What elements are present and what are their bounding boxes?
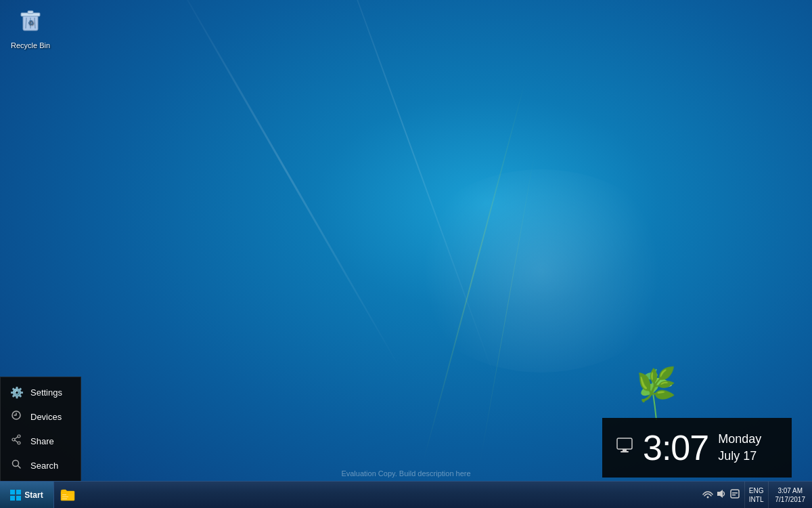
start-menu: ⚙️ Settings Devices Share xyxy=(0,377,81,481)
desktop: ♻ Recycle Bin Evaluation Copy. Build des… xyxy=(0,0,812,508)
wallpaper-plant xyxy=(636,366,677,420)
start-label: Start xyxy=(24,490,43,500)
taskbar-date: 7/17/2017 xyxy=(775,495,806,504)
svg-rect-26 xyxy=(62,496,68,497)
recycle-bin-label: Recycle Bin xyxy=(11,41,50,49)
svg-marker-29 xyxy=(717,490,723,498)
svg-rect-30 xyxy=(731,490,739,498)
wallpaper-glow xyxy=(406,169,677,373)
svg-point-1 xyxy=(653,376,671,389)
clock-date-text: July 17 xyxy=(718,448,761,465)
monitor-icon xyxy=(616,437,633,459)
region-text: INTL xyxy=(749,495,764,504)
svg-rect-21 xyxy=(16,490,21,494)
svg-line-19 xyxy=(18,466,21,469)
svg-line-8 xyxy=(35,18,35,28)
taskbar-clock[interactable]: 3:07 AM 7/17/2017 xyxy=(768,482,813,509)
start-menu-item-devices[interactable]: Devices xyxy=(1,404,81,429)
svg-point-0 xyxy=(639,381,660,398)
settings-icon: ⚙️ xyxy=(10,386,22,399)
taskbar: Start xyxy=(0,481,812,508)
recycle-bin-icon[interactable]: ♻ Recycle Bin xyxy=(7,7,54,49)
devices-icon xyxy=(10,410,22,423)
language-text: ENG xyxy=(749,486,764,495)
svg-rect-31 xyxy=(732,492,738,494)
svg-rect-27 xyxy=(62,499,67,499)
clock-day: Monday xyxy=(718,431,761,448)
svg-rect-12 xyxy=(621,451,629,452)
svg-rect-11 xyxy=(623,449,627,451)
svg-rect-32 xyxy=(732,494,736,496)
share-label: Share xyxy=(30,436,54,446)
start-menu-item-share[interactable]: Share xyxy=(1,429,81,453)
file-explorer-button[interactable] xyxy=(54,482,81,509)
svg-rect-22 xyxy=(10,496,15,501)
wallpaper-streak-1 xyxy=(166,0,405,375)
share-icon xyxy=(10,434,22,448)
svg-line-17 xyxy=(15,440,18,442)
search-icon xyxy=(10,459,22,472)
svg-line-16 xyxy=(15,437,18,439)
start-menu-item-search[interactable]: Search xyxy=(1,453,81,478)
clock-widget[interactable]: 3:07 Monday July 17 xyxy=(602,418,792,478)
svg-point-14 xyxy=(12,438,15,441)
svg-rect-5 xyxy=(28,11,33,14)
clock-date: Monday July 17 xyxy=(718,431,761,465)
svg-line-6 xyxy=(26,18,26,28)
svg-text:♻: ♻ xyxy=(28,19,34,26)
svg-rect-20 xyxy=(10,490,15,494)
notification-area xyxy=(698,482,744,509)
action-center-icon[interactable] xyxy=(729,488,740,501)
network-icon[interactable] xyxy=(702,488,713,501)
system-tray: ENG INTL 3:07 AM 7/17/2017 xyxy=(698,482,812,509)
svg-rect-23 xyxy=(16,496,21,501)
recycle-bin-image: ♻ xyxy=(18,7,43,39)
devices-label: Devices xyxy=(30,412,62,422)
volume-icon[interactable] xyxy=(716,488,727,501)
svg-point-15 xyxy=(18,442,20,444)
clock-time: 3:07 xyxy=(643,430,708,465)
start-button[interactable]: Start xyxy=(0,482,54,509)
taskbar-time: 3:07 AM xyxy=(777,486,803,495)
svg-rect-25 xyxy=(62,494,66,495)
start-menu-item-settings[interactable]: ⚙️ Settings xyxy=(1,381,81,404)
svg-point-2 xyxy=(644,371,658,380)
search-label: Search xyxy=(30,461,58,471)
watermark-text: Evaluation Copy. Build description here xyxy=(341,469,470,478)
svg-rect-10 xyxy=(617,438,632,449)
svg-point-28 xyxy=(706,496,708,499)
language-indicator[interactable]: ENG INTL xyxy=(744,482,768,509)
settings-label: Settings xyxy=(30,387,62,398)
svg-point-13 xyxy=(18,435,20,438)
